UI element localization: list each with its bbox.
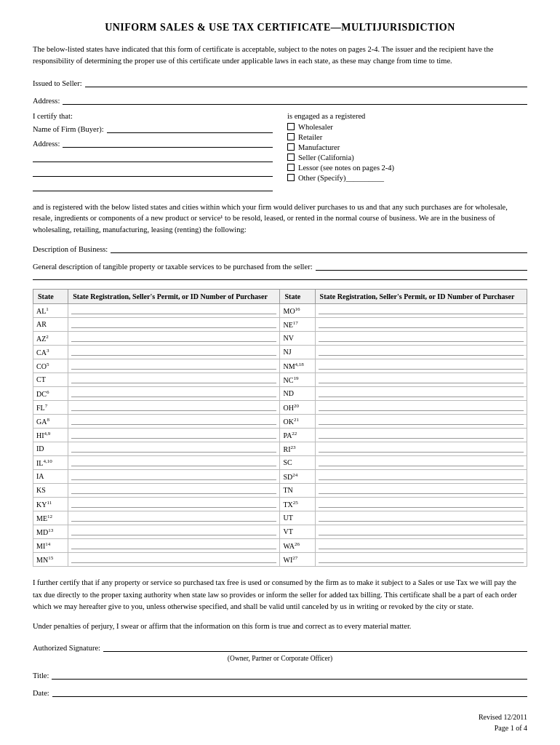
table-row: AZ2NV <box>33 331 527 345</box>
right-id-cell[interactable] <box>315 359 527 372</box>
table-row: MN15WI27 <box>33 552 527 566</box>
address2-input[interactable] <box>63 138 273 148</box>
right-id-cell[interactable] <box>315 538 527 552</box>
intro-paragraph: The below-listed states have indicated t… <box>33 44 527 67</box>
left-id-cell[interactable] <box>68 359 280 372</box>
right-state-cell: PA22 <box>280 428 315 442</box>
title-label: Title: <box>33 672 49 680</box>
right-id-cell[interactable] <box>315 303 527 317</box>
left-state-cell: MD13 <box>33 525 68 538</box>
addr-extra-line1[interactable] <box>33 152 273 162</box>
desc-business-input[interactable] <box>111 243 527 253</box>
right-id-cell[interactable] <box>315 469 527 483</box>
checkbox-label: Retailer <box>298 133 322 141</box>
bottom-certification: I further certify that if any property o… <box>33 577 527 613</box>
right-state-cell: TX25 <box>280 497 315 511</box>
desc-business-label: Description of Business: <box>33 245 108 253</box>
checkbox[interactable] <box>287 174 295 181</box>
right-state-cell: OK21 <box>280 414 315 428</box>
certify-label: I certify that: <box>33 112 273 120</box>
left-id-cell[interactable] <box>68 372 280 386</box>
checkbox[interactable] <box>287 164 295 171</box>
state-registration-table: State State Registration, Seller's Permi… <box>33 289 527 567</box>
left-id-cell[interactable] <box>68 345 280 359</box>
checkbox[interactable] <box>287 123 295 130</box>
left-state-cell: IL4,10 <box>33 455 68 469</box>
authorized-sig-label: Authorized Signature: <box>33 644 100 652</box>
col1-id-header: State Registration, Seller's Permit, or … <box>68 289 280 303</box>
right-state-cell: VT <box>280 525 315 538</box>
desc-business-row: Description of Business: <box>33 243 527 253</box>
checkbox[interactable] <box>287 133 295 140</box>
certify-section: I certify that: Name of Firm (Buyer): Ad… <box>33 112 527 196</box>
right-id-cell[interactable] <box>315 317 527 331</box>
right-id-cell[interactable] <box>315 497 527 511</box>
title-input[interactable] <box>52 669 527 680</box>
right-state-cell: UT <box>280 511 315 525</box>
table-row: KSTN <box>33 483 527 497</box>
page-number: Page 1 of 4 <box>33 722 527 733</box>
address-input[interactable] <box>63 95 527 105</box>
date-input[interactable] <box>52 687 527 697</box>
right-state-cell: NJ <box>280 345 315 359</box>
right-id-cell[interactable] <box>315 331 527 345</box>
checkbox-label: Other (Specify)__________ <box>298 174 384 182</box>
checkbox-label: Manufacturer <box>298 143 340 151</box>
right-id-cell[interactable] <box>315 372 527 386</box>
addr-extra-line3[interactable] <box>33 181 273 191</box>
firm-name-row: Name of Firm (Buyer): <box>33 123 273 133</box>
right-id-cell[interactable] <box>315 455 527 469</box>
revised-section: Revised 12/2011 Page 1 of 4 <box>33 712 527 733</box>
left-id-cell[interactable] <box>68 552 280 566</box>
authorized-sig-input[interactable] <box>103 642 527 652</box>
table-row: GA8OK21 <box>33 414 527 428</box>
left-id-cell[interactable] <box>68 538 280 552</box>
left-state-cell: KS <box>33 483 68 497</box>
left-id-cell[interactable] <box>68 303 280 317</box>
left-id-cell[interactable] <box>68 442 280 455</box>
addr-extra-line2[interactable] <box>33 167 273 177</box>
address2-label: Address: <box>33 140 60 148</box>
left-id-cell[interactable] <box>68 428 280 442</box>
left-id-cell[interactable] <box>68 525 280 538</box>
left-state-cell: MI14 <box>33 538 68 552</box>
left-id-cell[interactable] <box>68 414 280 428</box>
left-id-cell[interactable] <box>68 400 280 414</box>
checkbox[interactable] <box>287 143 295 151</box>
page-title: UNIFORM SALES & USE TAX CERTIFICATE—MULT… <box>33 22 527 33</box>
firm-name-input[interactable] <box>107 123 273 133</box>
right-state-cell: WI27 <box>280 552 315 566</box>
right-id-cell[interactable] <box>315 428 527 442</box>
table-row: AL1MO16 <box>33 303 527 317</box>
right-state-cell: NM4,18 <box>280 359 315 372</box>
right-id-cell[interactable] <box>315 442 527 455</box>
checkbox-label: Lessor (see notes on pages 2-4) <box>298 164 394 172</box>
left-id-cell[interactable] <box>68 497 280 511</box>
right-id-cell[interactable] <box>315 400 527 414</box>
left-id-cell[interactable] <box>68 317 280 331</box>
right-state-cell: TN <box>280 483 315 497</box>
left-id-cell[interactable] <box>68 331 280 345</box>
right-id-cell[interactable] <box>315 345 527 359</box>
table-row: IASD24 <box>33 469 527 483</box>
right-id-cell[interactable] <box>315 525 527 538</box>
left-id-cell[interactable] <box>68 483 280 497</box>
checkbox[interactable] <box>287 154 295 161</box>
left-id-cell[interactable] <box>68 469 280 483</box>
right-id-cell[interactable] <box>315 552 527 566</box>
left-state-cell: AR <box>33 317 68 331</box>
table-row: KY11TX25 <box>33 497 527 511</box>
left-state-cell: AL1 <box>33 303 68 317</box>
right-id-cell[interactable] <box>315 483 527 497</box>
left-id-cell[interactable] <box>68 455 280 469</box>
state-table-wrapper: State State Registration, Seller's Permi… <box>33 289 527 567</box>
right-state-cell: MO16 <box>280 303 315 317</box>
left-id-cell[interactable] <box>68 386 280 400</box>
right-id-cell[interactable] <box>315 386 527 400</box>
right-id-cell[interactable] <box>315 511 527 525</box>
right-id-cell[interactable] <box>315 414 527 428</box>
left-id-cell[interactable] <box>68 511 280 525</box>
issued-to-seller-input[interactable] <box>85 77 527 87</box>
general-desc-input[interactable] <box>316 260 527 271</box>
address-label: Address: <box>33 97 60 105</box>
